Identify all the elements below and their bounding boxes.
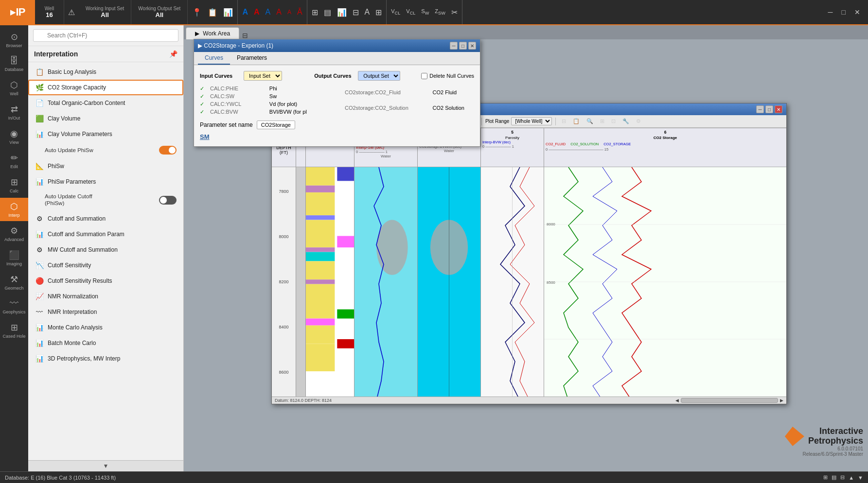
frame-icon[interactable]: ▤ [321,6,334,19]
parosity-range: 0 ——————— 1 [482,144,542,149]
copy-icon[interactable]: 📋 [205,6,220,19]
scroll-bar[interactable] [681,398,778,403]
sidebar-item-well[interactable]: ⬡ Well [0,76,28,100]
status-icon-up[interactable]: ▲ [849,475,854,481]
grid-icon[interactable]: ⊞ [309,6,320,19]
vcl-icon[interactable]: VCL [389,6,403,17]
svg-rect-14 [337,236,354,248]
auto-phisw-toggle[interactable] [159,146,177,155]
map-icon[interactable]: 📍 [190,6,204,19]
sidebar-item-imaging[interactable]: ⬛ Imaging [0,246,28,270]
status-icon-frame[interactable]: ▤ [832,474,836,481]
nav-item-clay-volume-params[interactable]: 📊 Clay Volume Parameters [28,126,183,142]
chart2-icon[interactable]: ⊟ [350,6,361,19]
co2-storage-icon: 🌿 [35,84,44,91]
sidebar-item-inout[interactable]: ⇄ In/Out [0,101,28,124]
sm-link[interactable]: SM [200,133,474,140]
plot-close-btn[interactable]: ✕ [775,105,782,113]
font-a6-icon[interactable]: Ā [295,6,305,18]
nav-item-clay-volume[interactable]: 🟩 Clay Volume [28,111,183,126]
co2-maximize-btn[interactable]: □ [459,42,467,50]
close-button[interactable]: ✕ [850,6,864,18]
nav-item-phisw[interactable]: 📐 PhiSw [28,158,183,174]
minimize-button[interactable]: ─ [824,6,837,18]
scroll-down-icon[interactable]: ▼ [103,463,109,469]
status-icon-down[interactable]: ▼ [858,475,863,481]
chart3-icon[interactable]: A [362,6,372,18]
nav-item-monte-carlo[interactable]: 📊 Monte Carlo Analysis [28,320,183,335]
sidebar-item-edit[interactable]: ✏ Edit [0,149,28,172]
co2-close-btn[interactable]: ✕ [468,42,476,50]
plot-tb-icon2[interactable]: 📋 [570,116,582,126]
curve-icon[interactable]: 📊 [221,6,235,19]
nav-item-3d-petro[interactable]: 📊 3D Petrophysics, MW Interp [28,351,183,366]
nav-item-cutoff-sensitivity-results[interactable]: 🔴 Cutoff Sensitivity Results [28,273,183,289]
curve-dest: Vd (for plot) [269,100,332,108]
nav-item-co2-storage[interactable]: 🌿 CO2 Storage Capacity [28,80,183,95]
nav-item-batch-monte[interactable]: 📊 Batch Monte Carlo [28,335,183,351]
tab-work-area[interactable]: ▶ Work Area [186,27,239,39]
search-input[interactable] [33,29,178,42]
co2-minimize-btn[interactable]: ─ [450,42,458,50]
status-icon-grid[interactable]: ⊞ [823,474,828,481]
sidebar-item-cased-hole[interactable]: ⊞ Cased Hole [0,319,28,342]
co2-storage-legend: CO2_STORAGE [603,142,631,146]
working-output-selector[interactable]: Working Output Set All [131,0,188,24]
sidebar-item-calc[interactable]: ⊞ Calc [0,173,28,197]
plot-tb-icon6[interactable]: 🔧 [620,116,632,126]
alert-icon[interactable]: ⚠ [64,0,79,24]
nav-item-phisw-params[interactable]: 📊 PhiSw Parameters [28,174,183,190]
font-a-icon[interactable]: A [240,6,250,18]
well-selector[interactable]: Well 16 [35,0,64,24]
nav-item-cutoff-sensitivity[interactable]: 📉 Cutoff Sensitivity [28,258,183,273]
font-a5-icon[interactable]: A [285,7,294,17]
nav-item-cutoff-summation-param[interactable]: 📊 Cutoff and Summation Param [28,226,183,242]
scissor-icon[interactable]: ✂ [449,6,460,19]
tab-icon-extra[interactable]: ⊟ [242,32,248,39]
plot-tb-icon5[interactable]: ⊡ [609,116,618,126]
auto-cutoff-toggle[interactable] [159,196,177,205]
nav-item-mw-cutoff[interactable]: ⚙ MW Cutoff and Summation [28,242,183,258]
scroll-left-icon[interactable]: ◀ [675,398,679,403]
font-a2-icon[interactable]: A [251,6,262,18]
sidebar-item-database[interactable]: 🗄 Database [0,52,28,75]
delete-null-checkbox[interactable] [421,73,427,79]
plot-maximize-btn[interactable]: □ [765,105,773,113]
zsw-icon[interactable]: ZSW [432,6,447,17]
nav-item-cutoff-summation[interactable]: ⚙ Cutoff and Summation [28,211,183,226]
chart4-icon[interactable]: ⊞ [373,6,384,19]
nav-item-nmr-norm[interactable]: 📈 NMR Normalization [28,289,183,304]
sidebar-item-advanced[interactable]: ⚙ Advanced [0,222,28,245]
statusbar: Database: E (16) Blue Cat 3 (10763 - 114… [0,471,868,483]
plot-minimize-btn[interactable]: ─ [756,105,764,113]
font-a3-icon[interactable]: A [263,6,273,18]
nav-item-basic-log[interactable]: 📋 Basic Log Analysis [28,64,183,80]
plot-range-select[interactable]: [Whole Well] [511,117,552,125]
status-icon-settings[interactable]: ⊟ [840,474,845,481]
nav-item-total-organic[interactable]: 📄 Total Organic-Carbon Content [28,95,183,111]
vcl2-icon[interactable]: VCL [404,6,418,17]
font-a4-icon[interactable]: A [274,6,284,18]
plot-tb-icon3[interactable]: 🔍 [584,116,596,126]
plot-tb-icon7[interactable]: ⚙ [634,116,643,126]
sidebar-item-geophysics[interactable]: 〰 Geophysics [0,295,28,318]
scroll-right-icon[interactable]: ▶ [780,398,783,403]
pin-icon[interactable]: 📌 [169,50,177,58]
input-set-select[interactable]: Input Set [244,71,282,81]
plot-tb-icon1[interactable]: ⊟ [559,116,568,126]
sw-icon[interactable]: SW [419,6,431,17]
maximize-button[interactable]: □ [838,6,850,18]
sidebar-item-geomech[interactable]: ⚒ Geomech [0,271,28,294]
working-input-selector[interactable]: Working Input Set All [79,0,131,24]
sidebar-item-interp[interactable]: ⬡ Interp [0,198,28,221]
plot-tb-icon4[interactable]: ⊞ [598,116,607,126]
co2-tab-curves[interactable]: Curves [198,52,230,65]
svg-rect-3 [306,215,335,220]
output-set-select[interactable]: Output Set [358,71,400,81]
nav-item-nmr-interp[interactable]: 〰 NMR Interpretation [28,304,183,320]
sidebar-item-browser[interactable]: ⊙ Browser [0,28,28,52]
nav-item-co2-label: CO2 Storage Capacity [48,84,106,91]
sidebar-item-view[interactable]: ◉ View [0,125,28,148]
co2-tab-parameters[interactable]: Parameters [230,52,274,65]
chart-bar-icon[interactable]: 📊 [335,6,349,19]
